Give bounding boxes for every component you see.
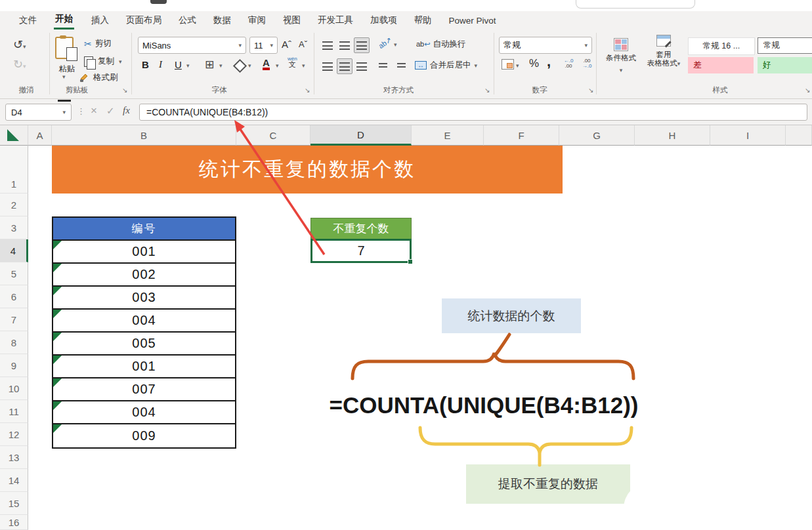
row-header-4[interactable]: 4	[0, 239, 28, 262]
row-header-5[interactable]: 5	[0, 262, 28, 285]
paste-icon[interactable]	[55, 37, 74, 59]
tab-review[interactable]: 审阅	[240, 11, 274, 30]
font-dialog-launcher[interactable]: ↘	[305, 87, 310, 94]
orientation-button[interactable]: ab↗	[377, 35, 393, 51]
row-header-7[interactable]: 7	[0, 308, 28, 331]
chevron-down-icon[interactable]: ▾	[62, 109, 66, 115]
row-header-8[interactable]: 8	[0, 331, 28, 354]
tab-addins[interactable]: 加载项	[362, 11, 406, 30]
phonetic-guide-button[interactable]: wén 文	[288, 56, 297, 67]
column-header-H[interactable]: H	[635, 125, 710, 146]
font-color-button[interactable]: A	[263, 58, 270, 70]
phonetic-dropdown[interactable]: ▾	[302, 62, 305, 69]
fill-handle[interactable]	[408, 259, 413, 264]
row-header-1[interactable]: 1	[0, 146, 28, 194]
increase-decimal-button[interactable]: ←.0 .00	[561, 58, 576, 69]
table-cell-b12[interactable]: 009	[53, 424, 235, 447]
copy-button[interactable]: 复制 ▾	[84, 56, 122, 67]
search-box-remnant[interactable]	[576, 0, 695, 9]
font-name-combo[interactable]: MiSans ▾	[138, 37, 246, 54]
clipboard-dialog-launcher[interactable]: ↘	[122, 87, 127, 94]
formula-input[interactable]: =COUNTA(UNIQUE(B4:B12))	[139, 104, 807, 121]
chevron-down-icon[interactable]: ▾	[119, 58, 122, 65]
cell-style-normal[interactable]: 常规	[758, 37, 812, 54]
align-left-button[interactable]	[320, 58, 335, 74]
row-header-14[interactable]: 14	[0, 469, 28, 492]
conditional-formatting-button[interactable]: 条件格式 ▾	[603, 35, 639, 75]
column-header-F[interactable]: F	[484, 125, 559, 146]
row-header-16[interactable]: 16	[0, 515, 28, 530]
column-header-J-partial[interactable]	[786, 125, 812, 146]
name-box[interactable]: D4 ▾	[5, 104, 72, 121]
format-painter-button[interactable]: 格式刷	[79, 72, 118, 83]
decrease-decimal-button[interactable]: .00 →.0	[579, 58, 595, 69]
merge-center-button[interactable]: ↔ 合并后居中 ▾	[415, 60, 477, 71]
confirm-icon[interactable]: ✓	[106, 105, 115, 117]
title-banner[interactable]: 统计不重复的数据个数	[52, 146, 563, 194]
accounting-dropdown[interactable]: ▾	[516, 62, 519, 69]
number-dialog-launcher[interactable]: ↘	[588, 87, 593, 94]
column-header-A[interactable]: A	[28, 125, 52, 146]
increase-indent-button[interactable]	[393, 58, 409, 74]
paste-dropdown[interactable]: ▾	[62, 73, 66, 80]
callout-unique[interactable]: 提取不重复的数据	[466, 464, 630, 504]
underline-dropdown[interactable]: ▾	[186, 62, 190, 69]
row-header-13[interactable]: 13	[0, 446, 28, 469]
redo-button[interactable]: ↻▾	[13, 57, 26, 71]
table-cell-b9[interactable]: 001	[53, 356, 235, 378]
alignment-dialog-launcher[interactable]: ↘	[484, 87, 490, 94]
borders-button[interactable]: ⊞	[205, 58, 214, 71]
table-cell-b10[interactable]: 007	[53, 378, 235, 401]
format-as-table-button[interactable]: 套用 表格格式▾	[643, 35, 684, 68]
column-header-B[interactable]: B	[52, 125, 236, 146]
row-header-9[interactable]: 9	[0, 354, 28, 377]
row-header-3[interactable]: 3	[0, 216, 28, 239]
tab-power-pivot[interactable]: Power Pivot	[440, 11, 505, 30]
align-right-button[interactable]	[354, 58, 370, 74]
result-header-cell[interactable]: 不重复个数	[310, 218, 412, 239]
table-cell-b7[interactable]: 004	[53, 310, 235, 333]
comma-style-button[interactable]: ,	[547, 53, 551, 70]
font-size-combo[interactable]: 11 ▾	[249, 37, 278, 54]
row-header-15[interactable]: 15	[0, 492, 28, 515]
tab-insert[interactable]: 插入	[83, 11, 118, 30]
styles-dialog-launcher[interactable]: ↘	[805, 87, 810, 94]
column-header-I[interactable]: I	[710, 125, 786, 146]
tab-data[interactable]: 数据	[205, 11, 240, 30]
percent-style-button[interactable]: %	[529, 57, 539, 70]
table-cell-b11[interactable]: 004	[53, 401, 235, 424]
undo-button[interactable]: ↺▾	[13, 37, 26, 52]
fill-color-button[interactable]	[235, 61, 245, 71]
cell-style-good[interactable]: 好	[758, 57, 812, 73]
column-header-C[interactable]: C	[236, 125, 310, 146]
chevron-down-icon[interactable]: ▾	[475, 62, 478, 69]
cell-style-bad[interactable]: 差	[688, 57, 754, 73]
underline-button[interactable]: U	[175, 59, 182, 70]
number-format-combo[interactable]: 常规 ▾	[499, 37, 592, 54]
row-header-10[interactable]: 10	[0, 377, 28, 400]
align-middle-button[interactable]	[337, 37, 353, 53]
tab-file[interactable]: 文件	[11, 11, 45, 30]
table-cell-b4[interactable]: 001	[53, 241, 235, 264]
align-center-button[interactable]	[337, 58, 353, 74]
tab-developer[interactable]: 开发工具	[309, 11, 362, 30]
active-cell-d4[interactable]: 7	[310, 239, 412, 263]
align-bottom-button[interactable]	[354, 37, 370, 53]
chevron-down-icon[interactable]: ▾	[23, 43, 26, 50]
tab-formulas[interactable]: 公式	[170, 11, 205, 30]
id-table-header[interactable]: 编号	[53, 218, 235, 241]
font-color-dropdown[interactable]: ▾	[276, 62, 279, 69]
row-header-12[interactable]: 12	[0, 423, 28, 446]
cancel-icon[interactable]: ×	[91, 104, 97, 117]
tab-home[interactable]: 开始	[45, 11, 83, 30]
callout-formula-text[interactable]: =COUNTA(UNIQUE(B4:B12))	[287, 392, 681, 418]
table-cell-b5[interactable]: 002	[53, 264, 235, 287]
tab-view[interactable]: 视图	[274, 11, 309, 30]
wrap-text-button[interactable]: ab↩ 自动换行	[416, 39, 465, 50]
row-header-11[interactable]: 11	[0, 400, 28, 423]
paste-button[interactable]: 粘贴	[53, 64, 81, 75]
orientation-dropdown[interactable]: ▾	[394, 41, 397, 48]
insert-function-icon[interactable]: fx	[123, 105, 130, 116]
tab-help[interactable]: 帮助	[406, 11, 440, 30]
grow-font-button[interactable]: Aˆ	[282, 39, 291, 50]
